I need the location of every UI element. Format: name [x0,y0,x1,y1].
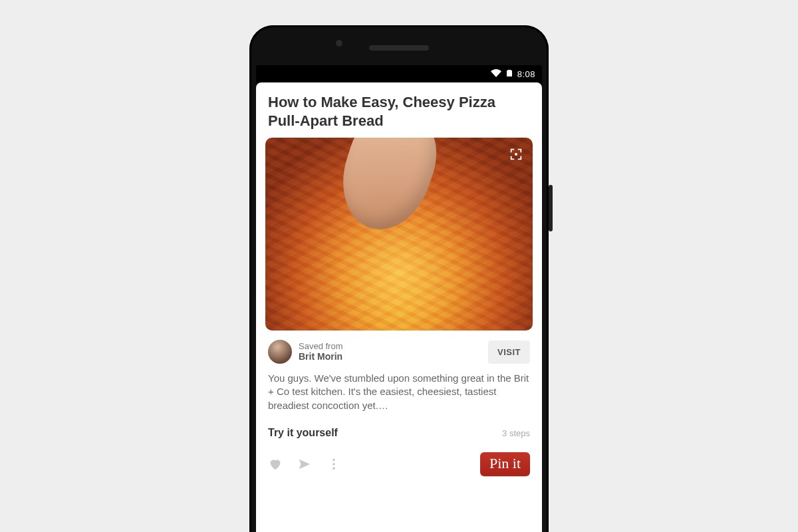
more-icon [327,457,341,471]
saved-from-label: Saved from [299,341,481,352]
svg-point-1 [515,153,517,156]
wifi-icon [491,68,501,80]
status-time: 8:08 [517,69,535,79]
pin-description: You guys. We've stumbled upon something … [256,369,542,422]
heart-icon [268,457,283,471]
pin-it-button[interactable]: Pin it [480,452,530,476]
phone-speaker [369,45,429,51]
step-count: 3 steps [502,428,530,438]
try-it-label: Try it yourself [268,427,338,439]
send-icon [297,457,312,471]
battery-icon [505,68,513,80]
phone-screen: 8:08 How to Make Easy, Cheesy Pizza Pull… [256,65,542,532]
visit-button[interactable]: VISIT [488,340,530,364]
avatar[interactable] [268,340,292,364]
bottom-action-bar: Pin it [256,448,542,484]
phone-frame: 8:08 How to Make Easy, Cheesy Pizza Pull… [249,25,549,532]
expand-icon [509,147,523,162]
author-name: Brit Morin [299,351,481,362]
pin-title: How to Make Easy, Cheesy Pizza Pull-Apar… [256,82,542,138]
more-button[interactable] [327,457,341,471]
status-bar: 8:08 [256,65,542,82]
svg-rect-0 [507,71,511,76]
like-button[interactable] [268,457,283,471]
pin-hero-image[interactable] [265,138,533,331]
pin-detail-card: How to Make Easy, Cheesy Pizza Pull-Apar… [256,82,542,532]
svg-point-3 [332,463,335,466]
try-row: Try it yourself 3 steps [256,422,542,448]
source-text[interactable]: Saved from Brit Morin [299,341,481,362]
phone-camera [336,40,342,47]
svg-point-4 [332,467,335,469]
expand-button[interactable] [506,144,526,164]
send-button[interactable] [297,457,312,471]
source-row: Saved from Brit Morin VISIT [256,331,542,369]
svg-point-2 [332,459,335,462]
